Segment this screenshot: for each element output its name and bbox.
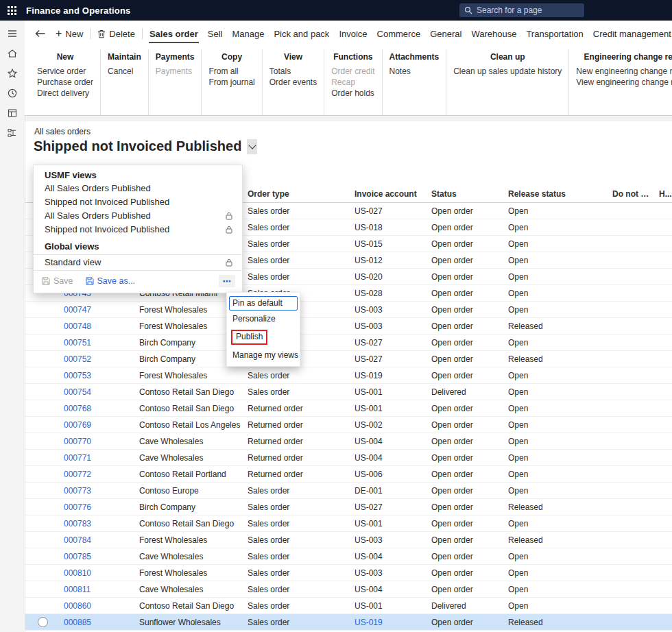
ribbon-item-order-events[interactable]: Order events: [269, 77, 317, 88]
back-button[interactable]: [30, 21, 51, 47]
order-number-link[interactable]: 000754: [60, 387, 136, 397]
table-row[interactable]: 000810Forest WholesalesSales orderUS-003…: [25, 565, 672, 581]
tab-general[interactable]: General: [425, 21, 466, 47]
ribbon-item-cancel[interactable]: Cancel: [108, 66, 141, 77]
ribbon-item-purchase-order[interactable]: Purchase order: [37, 77, 93, 88]
order-number-link[interactable]: 000811: [60, 585, 136, 594]
tab-pick-and-pack[interactable]: Pick and pack: [269, 21, 334, 47]
view-option-shipped-not-invoiced-published[interactable]: Shipped not Invoiced Published: [34, 195, 242, 209]
table-row[interactable]: 000772Contoso Retail PortlandReturned or…: [25, 466, 672, 483]
table-row[interactable]: 000747Forest WholesalesSales orderUS-003…: [25, 302, 672, 318]
view-option-shipped-not-invoiced-published[interactable]: Shipped not Invoiced Published: [34, 223, 242, 236]
column-header-order-type[interactable]: Order type: [244, 189, 351, 199]
save-as-view-button[interactable]: Save as...: [86, 276, 136, 286]
column-header-do-not-pro[interactable]: Do not pro...: [609, 189, 656, 199]
tab-sales-order[interactable]: Sales order: [145, 21, 203, 47]
tab-warehouse[interactable]: Warehouse: [466, 21, 521, 47]
column-header-release-status[interactable]: Release status: [505, 189, 609, 199]
chevron-down-icon[interactable]: [247, 139, 257, 154]
order-number-link[interactable]: 000772: [60, 470, 136, 479]
ribbon-item-new-engineering-change-request[interactable]: New engineering change request: [576, 66, 672, 77]
table-row[interactable]: 000783Contoso Retail San DiegoSales orde…: [25, 515, 672, 532]
status: Delivered: [428, 387, 505, 397]
view-option-all-sales-orders-published[interactable]: All Sales Orders Published: [34, 182, 242, 195]
app-launcher-waffle-icon[interactable]: [0, 0, 23, 21]
menu-item-manage-my-views[interactable]: Manage my views: [229, 348, 298, 363]
ribbon-item-service-order[interactable]: Service order: [37, 66, 93, 77]
view-selector[interactable]: Shipped not Invoiced Published: [34, 138, 257, 154]
sidebar-button-hamburger-menu[interactable]: [0, 25, 25, 45]
table-row[interactable]: 000753Forest WholesalesSales orderUS-019…: [25, 367, 672, 384]
table-row[interactable]: 000860Contoso Retail San DiegoSales orde…: [25, 598, 672, 614]
column-header-status[interactable]: Status: [428, 189, 505, 199]
order-number-link[interactable]: 000784: [60, 535, 136, 545]
order-number-link[interactable]: 000753: [60, 371, 136, 380]
order-number-link[interactable]: 000810: [60, 568, 136, 578]
order-number-link[interactable]: 000776: [60, 502, 136, 512]
menu-item-personalize[interactable]: Personalize: [229, 312, 298, 326]
order-number-link[interactable]: 000748: [60, 321, 136, 331]
table-row[interactable]: 000752Birch CompanySales orderUS-027Open…: [25, 351, 672, 367]
table-row[interactable]: 000811Cave WholesalesSales orderUS-004Op…: [25, 581, 672, 598]
order-number-link[interactable]: 000751: [60, 338, 136, 348]
order-number-link[interactable]: 000783: [60, 519, 136, 528]
table-row[interactable]: 000748Forest WholesalesSales orderUS-003…: [25, 318, 672, 335]
table-row[interactable]: 000785Cave WholesalesSales orderUS-004Op…: [25, 548, 672, 565]
table-row[interactable]: 000769Contoso Retail Los AngelesReturned…: [25, 417, 672, 433]
tab-sell[interactable]: Sell: [203, 21, 228, 47]
ribbon-item-from-all[interactable]: From all: [208, 66, 254, 77]
tab-invoice[interactable]: Invoice: [334, 21, 372, 47]
order-number-link[interactable]: 000770: [60, 437, 136, 446]
order-number-link[interactable]: 000768: [60, 404, 136, 413]
search-input[interactable]: [477, 5, 563, 15]
row-radio-button[interactable]: [38, 617, 48, 627]
tab-transportation[interactable]: Transportation: [521, 21, 588, 47]
ribbon-item-notes[interactable]: Notes: [389, 66, 440, 77]
ribbon-item-view-engineering-change-requests[interactable]: View engineering change requests: [576, 77, 672, 88]
sidebar-button-workspace[interactable]: [0, 104, 25, 124]
menu-item-publish[interactable]: Publish: [229, 328, 298, 347]
sidebar-button-modules[interactable]: [0, 124, 25, 144]
status: Open order: [428, 223, 505, 232]
table-row[interactable]: 000770Cave WholesalesReturned orderUS-00…: [25, 433, 672, 450]
order-number-link[interactable]: 000752: [60, 354, 136, 364]
ribbon-item-direct-delivery[interactable]: Direct delivery: [37, 88, 93, 99]
order-number-link[interactable]: 000747: [60, 305, 136, 315]
order-number-link[interactable]: 000785: [60, 552, 136, 561]
table-row[interactable]: 000754Contoso Retail San DiegoSales orde…: [25, 384, 672, 400]
order-number-link[interactable]: 000860: [60, 601, 136, 611]
sidebar-button-home[interactable]: [0, 45, 25, 64]
view-option-standard-view[interactable]: Standard view: [34, 254, 242, 271]
order-number-link[interactable]: 000773: [60, 486, 136, 496]
more-options-button[interactable]: ⋯: [219, 275, 235, 287]
ribbon-item-totals[interactable]: Totals: [269, 66, 317, 77]
delete-button[interactable]: Delete: [93, 21, 140, 47]
ribbon-item-from-journal[interactable]: From journal: [208, 77, 254, 88]
page-search-box[interactable]: [459, 3, 584, 17]
table-row[interactable]: 000776Birch CompanySales orderUS-027Open…: [25, 499, 672, 515]
order-number-link[interactable]: 000771: [60, 453, 136, 463]
view-option-all-sales-orders-published[interactable]: All Sales Orders Published: [34, 209, 242, 223]
table-row[interactable]: 000751Birch CompanySales orderUS-027Open…: [25, 335, 672, 351]
tab-manage[interactable]: Manage: [227, 21, 269, 47]
table-row[interactable]: 000773Contoso EuropeSales orderDE-001Ope…: [25, 483, 672, 499]
sidebar-button-star[interactable]: [0, 64, 25, 84]
context-menu: Pin as defaultPersonalizePublishManage m…: [226, 292, 300, 367]
invoice-account[interactable]: US-019: [351, 618, 428, 627]
ribbon-item-order-holds[interactable]: Order holds: [331, 88, 374, 99]
table-row[interactable]: 000771Cave WholesalesReturned orderUS-00…: [25, 450, 672, 466]
sidebar-button-clock[interactable]: [0, 84, 25, 104]
order-number-link[interactable]: 000769: [60, 420, 136, 430]
tab-credit-management[interactable]: Credit management: [588, 21, 672, 47]
table-row[interactable]: 000784Forest WholesalesSales orderUS-003…: [25, 532, 672, 548]
table-row[interactable]: 000885Sunflower WholesalesSales orderUS-…: [25, 614, 672, 631]
column-header-h[interactable]: H...: [656, 189, 672, 199]
view-section-header: USMF views: [34, 165, 242, 182]
menu-item-pin-as-default[interactable]: Pin as default: [229, 296, 298, 311]
order-number-link[interactable]: 000885: [60, 618, 136, 627]
table-row[interactable]: 000768Contoso Retail San DiegoReturned o…: [25, 400, 672, 417]
ribbon-item-clean-up-sales-update-history[interactable]: Clean up sales update history: [453, 66, 562, 77]
tab-commerce[interactable]: Commerce: [372, 21, 426, 47]
column-header-invoice-account[interactable]: Invoice account: [351, 189, 428, 199]
new-button[interactable]: + New: [51, 21, 88, 47]
